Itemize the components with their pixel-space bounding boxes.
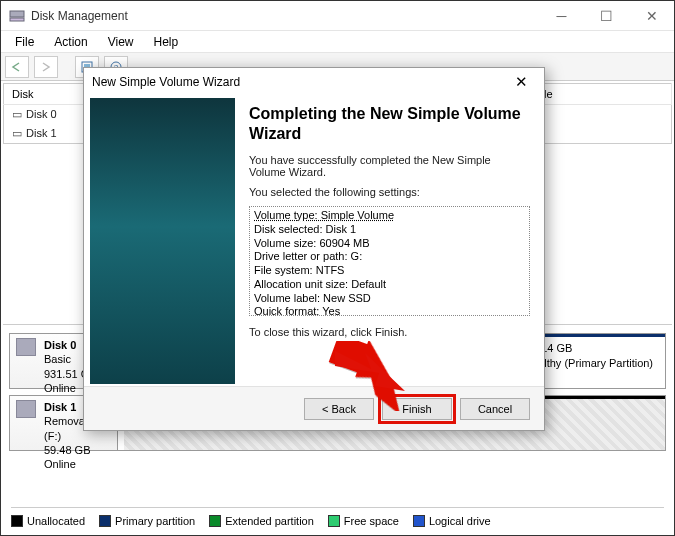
wizard-success-text: You have successfully completed the New … xyxy=(249,154,530,178)
legend-primary: Primary partition xyxy=(99,515,195,527)
setting-row: Volume type: Simple Volume xyxy=(254,209,525,223)
maximize-button[interactable]: ☐ xyxy=(584,1,629,31)
wizard-content: Completing the New Simple Volume Wizard … xyxy=(235,96,544,386)
minimize-button[interactable]: ─ xyxy=(539,1,584,31)
back-icon[interactable] xyxy=(5,56,29,78)
svg-rect-1 xyxy=(10,18,24,21)
wizard-buttons: < Back Finish Cancel xyxy=(84,386,544,430)
back-button[interactable]: < Back xyxy=(304,398,374,420)
new-simple-volume-wizard: New Simple Volume Wizard ✕ Completing th… xyxy=(83,67,545,431)
menu-file[interactable]: File xyxy=(7,33,42,51)
setting-row: Quick format: Yes xyxy=(254,305,525,316)
disk-name: Disk 1 xyxy=(26,127,57,139)
menu-view[interactable]: View xyxy=(100,33,142,51)
wizard-settings-label: You selected the following settings: xyxy=(249,186,530,198)
disk-title: Disk 1 xyxy=(44,401,76,413)
setting-row: Allocation unit size: Default xyxy=(254,278,525,292)
setting-row: Drive letter or path: G: xyxy=(254,250,525,264)
setting-row: File system: NTFS xyxy=(254,264,525,278)
setting-row: Disk selected: Disk 1 xyxy=(254,223,525,237)
cancel-button[interactable]: Cancel xyxy=(460,398,530,420)
swatch-free xyxy=(328,515,340,527)
window-buttons: ─ ☐ ✕ xyxy=(539,1,674,31)
wizard-finish-text: To close this wizard, click Finish. xyxy=(249,326,530,338)
finish-button[interactable]: Finish xyxy=(382,398,452,420)
disk-type: Basic xyxy=(44,353,71,365)
titlebar: Disk Management ─ ☐ ✕ xyxy=(1,1,674,31)
wizard-settings-list[interactable]: Volume type: Simple Volume Disk selected… xyxy=(249,206,530,316)
disk-status: Online xyxy=(44,382,76,394)
legend-unallocated: Unallocated xyxy=(11,515,85,527)
disk-size: 59.48 GB xyxy=(44,444,90,456)
disk-icon: ▭ xyxy=(12,108,22,120)
volume-recovery[interactable]: 9.14 GB ealthy (Primary Partition) xyxy=(526,334,665,388)
legend-extended: Extended partition xyxy=(209,515,314,527)
swatch-extended xyxy=(209,515,221,527)
setting-row: Volume label: New SSD xyxy=(254,292,525,306)
swatch-primary xyxy=(99,515,111,527)
disk-status: Online xyxy=(44,458,76,470)
swatch-unallocated xyxy=(11,515,23,527)
wizard-titlebar[interactable]: New Simple Volume Wizard ✕ xyxy=(84,68,544,96)
setting-row: Volume size: 60904 MB xyxy=(254,237,525,251)
wizard-body: Completing the New Simple Volume Wizard … xyxy=(84,96,544,386)
close-icon[interactable]: ✕ xyxy=(506,73,536,91)
swatch-logical xyxy=(413,515,425,527)
disk-name: Disk 0 xyxy=(26,108,57,120)
close-button[interactable]: ✕ xyxy=(629,1,674,31)
menu-help[interactable]: Help xyxy=(146,33,187,51)
menubar: File Action View Help xyxy=(1,31,674,53)
wizard-title-text: New Simple Volume Wizard xyxy=(92,75,506,89)
wizard-banner xyxy=(90,98,235,384)
disk-title: Disk 0 xyxy=(44,339,76,351)
drive-icon xyxy=(16,338,36,356)
window-title: Disk Management xyxy=(31,9,539,23)
wizard-heading: Completing the New Simple Volume Wizard xyxy=(249,104,530,144)
legend-free: Free space xyxy=(328,515,399,527)
disk-icon: ▭ xyxy=(12,127,22,139)
legend-logical: Logical drive xyxy=(413,515,491,527)
menu-action[interactable]: Action xyxy=(46,33,95,51)
drive-icon xyxy=(16,400,36,418)
volume-status: ealthy (Primary Partition) xyxy=(532,357,653,369)
disk-management-icon xyxy=(9,8,25,24)
legend: Unallocated Primary partition Extended p… xyxy=(11,507,664,529)
svg-rect-0 xyxy=(10,11,24,17)
forward-icon[interactable] xyxy=(34,56,58,78)
